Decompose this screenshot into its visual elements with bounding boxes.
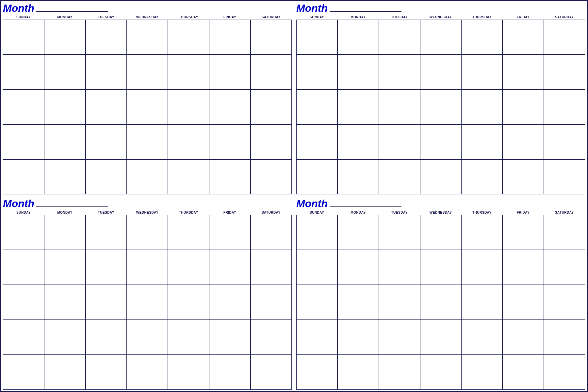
cell-tl-4-5[interactable] [168, 124, 209, 159]
cell-bl-1-6[interactable] [209, 215, 250, 250]
cell-bl-2-3[interactable] [86, 250, 127, 285]
cell-br-5-2[interactable] [337, 355, 379, 390]
cell-tr-1-2[interactable] [337, 20, 379, 55]
cell-tr-4-6[interactable] [502, 124, 544, 159]
cell-tl-2-5[interactable] [168, 55, 209, 90]
cell-tr-3-1[interactable] [296, 90, 337, 124]
cell-br-5-6[interactable] [502, 355, 544, 390]
cell-tl-1-5[interactable] [168, 20, 209, 55]
cell-tr-1-3[interactable] [379, 20, 420, 55]
cell-tr-4-1[interactable] [296, 124, 337, 159]
cell-tl-4-7[interactable] [251, 124, 292, 159]
cell-br-2-3[interactable] [379, 250, 420, 285]
cell-br-4-2[interactable] [337, 320, 379, 355]
cell-br-2-4[interactable] [420, 250, 461, 285]
cell-bl-3-1[interactable] [3, 285, 44, 320]
cell-tl-1-3[interactable] [86, 20, 127, 55]
cell-tl-1-2[interactable] [44, 20, 85, 55]
cell-tl-5-3[interactable] [86, 159, 127, 194]
cell-br-3-3[interactable] [379, 285, 420, 320]
cell-tr-3-3[interactable] [379, 90, 420, 124]
cell-tl-5-5[interactable] [168, 159, 209, 194]
cell-tr-2-7[interactable] [544, 55, 585, 90]
cell-br-3-4[interactable] [420, 285, 461, 320]
cell-bl-3-6[interactable] [209, 285, 250, 320]
cell-bl-1-5[interactable] [168, 215, 209, 250]
cell-bl-2-5[interactable] [168, 250, 209, 285]
cell-tr-5-2[interactable] [337, 159, 379, 194]
cell-br-5-3[interactable] [379, 355, 420, 390]
cell-br-1-7[interactable] [544, 215, 585, 250]
cell-bl-3-5[interactable] [168, 285, 209, 320]
cell-bl-1-2[interactable] [44, 215, 85, 250]
cell-br-3-1[interactable] [296, 285, 337, 320]
cell-bl-4-3[interactable] [86, 320, 127, 355]
cell-bl-1-7[interactable] [251, 215, 292, 250]
cell-bl-3-4[interactable] [127, 285, 168, 320]
cell-tr-2-3[interactable] [379, 55, 420, 90]
cell-tl-3-4[interactable] [127, 90, 168, 124]
cell-tr-2-4[interactable] [420, 55, 461, 90]
cell-tr-3-4[interactable] [420, 90, 461, 124]
cell-bl-2-6[interactable] [209, 250, 250, 285]
cell-tl-3-1[interactable] [3, 90, 44, 124]
cell-tl-1-6[interactable] [209, 20, 250, 55]
cell-tl-4-1[interactable] [3, 124, 44, 159]
cell-bl-5-4[interactable] [127, 355, 168, 390]
cell-tl-5-7[interactable] [251, 159, 292, 194]
cell-tl-1-4[interactable] [127, 20, 168, 55]
cell-br-1-4[interactable] [420, 215, 461, 250]
cell-tl-4-3[interactable] [86, 124, 127, 159]
cell-bl-4-1[interactable] [3, 320, 44, 355]
cell-bl-5-2[interactable] [44, 355, 85, 390]
cell-tr-4-7[interactable] [544, 124, 585, 159]
cell-tr-2-6[interactable] [502, 55, 544, 90]
cell-br-3-7[interactable] [544, 285, 585, 320]
cell-tr-5-7[interactable] [544, 159, 585, 194]
cell-bl-2-1[interactable] [3, 250, 44, 285]
cell-bl-5-7[interactable] [251, 355, 292, 390]
cell-tr-1-6[interactable] [502, 20, 544, 55]
cell-bl-4-5[interactable] [168, 320, 209, 355]
cell-tr-4-5[interactable] [461, 124, 502, 159]
cell-tl-5-6[interactable] [209, 159, 250, 194]
cell-br-5-5[interactable] [461, 355, 502, 390]
cell-bl-5-1[interactable] [3, 355, 44, 390]
cell-tr-5-6[interactable] [502, 159, 544, 194]
cell-br-1-1[interactable] [296, 215, 337, 250]
cell-bl-4-2[interactable] [44, 320, 85, 355]
cell-tl-5-2[interactable] [44, 159, 85, 194]
cell-tl-3-3[interactable] [86, 90, 127, 124]
cell-bl-5-3[interactable] [86, 355, 127, 390]
cell-bl-2-7[interactable] [251, 250, 292, 285]
cell-tr-5-3[interactable] [379, 159, 420, 194]
cell-bl-2-4[interactable] [127, 250, 168, 285]
cell-br-4-5[interactable] [461, 320, 502, 355]
cell-br-5-1[interactable] [296, 355, 337, 390]
cell-bl-3-2[interactable] [44, 285, 85, 320]
cell-tr-5-1[interactable] [296, 159, 337, 194]
cell-tl-1-7[interactable] [251, 20, 292, 55]
cell-tr-3-7[interactable] [544, 90, 585, 124]
cell-br-1-2[interactable] [337, 215, 379, 250]
cell-br-2-1[interactable] [296, 250, 337, 285]
cell-tr-4-3[interactable] [379, 124, 420, 159]
cell-bl-5-5[interactable] [168, 355, 209, 390]
cell-tr-4-2[interactable] [337, 124, 379, 159]
cell-tr-4-4[interactable] [420, 124, 461, 159]
cell-bl-2-2[interactable] [44, 250, 85, 285]
cell-tr-1-4[interactable] [420, 20, 461, 55]
cell-br-1-5[interactable] [461, 215, 502, 250]
cell-br-4-3[interactable] [379, 320, 420, 355]
cell-tl-3-7[interactable] [251, 90, 292, 124]
cell-br-2-6[interactable] [502, 250, 544, 285]
cell-br-3-5[interactable] [461, 285, 502, 320]
cell-br-5-4[interactable] [420, 355, 461, 390]
cell-br-4-6[interactable] [502, 320, 544, 355]
cell-br-4-4[interactable] [420, 320, 461, 355]
cell-tl-2-7[interactable] [251, 55, 292, 90]
cell-br-3-2[interactable] [337, 285, 379, 320]
cell-tl-5-4[interactable] [127, 159, 168, 194]
cell-tr-5-4[interactable] [420, 159, 461, 194]
cell-tl-3-2[interactable] [44, 90, 85, 124]
